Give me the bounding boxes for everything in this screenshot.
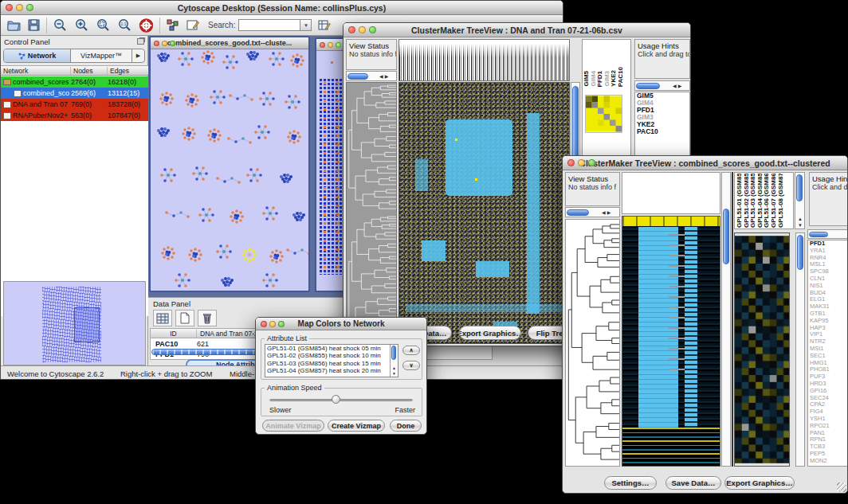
treeview1-heatmap[interactable] (398, 82, 570, 344)
scroll-thumb[interactable] (567, 209, 589, 216)
tab-vizmapper[interactable]: VizMapper™ (71, 49, 132, 62)
select-attributes-icon[interactable] (153, 310, 172, 326)
scroll-thumb[interactable] (723, 209, 729, 264)
treeview2-zoom-heatmap[interactable] (734, 232, 790, 467)
treeview2-column-vscrollbar[interactable]: ▲ ▼ (795, 172, 805, 229)
dialog-titlebar[interactable]: Map Colors to Network (256, 318, 426, 330)
scroll-right-icon[interactable]: ▶ (607, 210, 611, 215)
network-canvas[interactable] (151, 49, 308, 290)
zoom-fit-icon[interactable]: 1:1 (117, 18, 133, 33)
network-list-row[interactable]: combined_scores 2764(0) 16218(0) (1, 76, 148, 88)
treeview2-gene-hscrollbar[interactable] (807, 229, 848, 239)
new-attribute-icon[interactable] (175, 310, 194, 326)
minimize-icon[interactable] (359, 26, 366, 33)
network-list-row[interactable]: combined_sco 2569(6) 13112(15) (1, 88, 148, 99)
zoom-window-icon[interactable] (26, 4, 33, 11)
speed-slider-thumb[interactable] (332, 395, 340, 404)
annotation-icon[interactable] (186, 18, 200, 32)
search-dropdown-button[interactable]: ▼ (300, 19, 312, 31)
treeview1-zoom-heatmap[interactable] (585, 95, 622, 133)
zoom-window-icon[interactable] (588, 159, 595, 166)
vizmapper-icon[interactable] (166, 18, 180, 32)
scroll-thumb[interactable] (796, 174, 803, 201)
scroll-thumb[interactable] (797, 235, 803, 270)
settings-button[interactable]: Settings… (604, 476, 657, 490)
attribute-item[interactable]: GPL51-01 (GSM854) heat shock 05 min (265, 345, 390, 352)
scroll-left-icon[interactable]: ◀ (602, 210, 606, 215)
id-column-header[interactable]: ID (151, 330, 197, 338)
treeview1-status-hscrollbar[interactable]: ◀ ▶ (346, 71, 397, 81)
zoom-in-icon[interactable] (74, 18, 90, 33)
speed-slider-track[interactable] (269, 399, 413, 401)
close-icon[interactable] (154, 41, 159, 46)
move-up-button[interactable]: ∧ (402, 346, 420, 355)
treeview2-heatmap[interactable] (622, 216, 720, 467)
search-input[interactable] (238, 19, 300, 31)
minimize-icon[interactable] (269, 321, 276, 327)
zoom-window-icon[interactable] (336, 42, 341, 48)
save-data-button[interactable]: Save Data… (665, 476, 721, 490)
network-window-1[interactable]: combined_scores_good.txt--cluste... (149, 36, 310, 292)
zoom-window-icon[interactable] (369, 26, 376, 33)
treeview1-titlebar[interactable]: ClusterMaker TreeView : DNA and Tran 07-… (344, 23, 690, 37)
close-icon[interactable] (320, 42, 325, 48)
scroll-left-icon[interactable]: ◀ (673, 84, 677, 88)
attribute-vscrollbar[interactable]: ▲ ▼ (390, 345, 398, 377)
scroll-down-icon[interactable]: ▼ (392, 372, 396, 376)
zoom-out-icon[interactable] (53, 18, 69, 33)
export-graphics-button[interactable]: Export Graphics… (724, 476, 795, 490)
gene-item[interactable]: PAC10 (635, 128, 689, 135)
treeview2-zoom-vscrollbar[interactable] (795, 232, 805, 467)
close-icon[interactable] (348, 26, 355, 33)
close-icon[interactable] (6, 4, 13, 11)
zoom-window-icon[interactable] (278, 321, 285, 327)
scroll-down-icon[interactable]: ▼ (798, 223, 803, 228)
attribute-listbox[interactable]: GPL51-01 (GSM854) heat shock 05 minGPL51… (265, 344, 398, 377)
animate-vizmap-button[interactable]: Animate Vizmap (262, 420, 324, 432)
scroll-thumb[interactable] (347, 73, 368, 80)
scroll-thumb[interactable] (391, 346, 396, 360)
treeview2-titlebar[interactable]: ClusterMaker TreeView : combined_scores_… (563, 156, 847, 170)
network-window-1-titlebar[interactable]: combined_scores_good.txt--cluste... (151, 37, 308, 49)
tab-network[interactable]: Network (4, 49, 71, 62)
move-down-button[interactable]: ∨ (402, 361, 420, 370)
scroll-up-icon[interactable]: ▲ (392, 366, 396, 370)
col-nodes[interactable]: Nodes (71, 67, 108, 75)
float-panel-icon[interactable] (137, 38, 144, 45)
col-network[interactable]: Network (1, 67, 71, 75)
open-session-icon[interactable] (6, 18, 22, 32)
treeview2-gene-list[interactable]: PFD1YRA1RNR4MSL1SPC98CLN1NIS1BUD4ELG1MAK… (807, 240, 848, 467)
help-lifering-icon[interactable] (139, 18, 154, 33)
treeview2-status-hscrollbar[interactable]: ◀ ▶ (565, 207, 620, 217)
minimize-icon[interactable] (328, 42, 333, 48)
tab-overflow-arrow[interactable]: ▶ (132, 49, 144, 62)
scroll-thumb[interactable] (809, 232, 828, 237)
attribute-item[interactable]: GPL51-04 (GSM857) heat shock 20 min (265, 367, 390, 374)
scroll-left-icon[interactable]: ◀ (379, 74, 383, 79)
birdseye-viewport-rect[interactable] (74, 307, 100, 342)
zoom-window-icon[interactable] (170, 41, 175, 46)
minimize-icon[interactable] (578, 159, 585, 166)
minimize-icon[interactable] (162, 41, 167, 46)
create-vizmap-button[interactable]: Create Vizmap (328, 420, 385, 432)
network-list-row[interactable]: DNA and Tran 07 769(0) 183728(0) (1, 99, 148, 110)
search-options-icon[interactable] (317, 18, 332, 32)
close-icon[interactable] (261, 321, 267, 327)
treeview2-row-dendrogram[interactable] (565, 219, 620, 467)
network-list-row[interactable]: RNAPuberNov2+ 563(0) 107847(0) (1, 110, 148, 121)
close-icon[interactable] (567, 159, 575, 166)
birdseye-view[interactable] (3, 281, 146, 365)
attribute-item[interactable]: GPL51-02 (GSM855) heat shock 10 min (265, 352, 390, 359)
col-edges[interactable]: Edges (108, 67, 148, 75)
attribute-item[interactable]: GPL51-06 (GSM865) heat shock 40 min (265, 375, 390, 377)
window-controls[interactable] (6, 4, 33, 11)
save-session-icon[interactable] (27, 18, 41, 32)
main-titlebar[interactable]: Cytoscape Desktop (Session Name: collins… (1, 1, 563, 15)
scroll-right-icon[interactable]: ▶ (385, 74, 389, 79)
minimize-icon[interactable] (16, 4, 23, 11)
gene-item[interactable]: MON2 (808, 458, 848, 465)
done-button[interactable]: Done (390, 420, 422, 432)
scroll-up-icon[interactable]: ▲ (798, 217, 803, 221)
resize-grip[interactable] (837, 483, 846, 492)
scroll-thumb[interactable] (636, 83, 660, 89)
